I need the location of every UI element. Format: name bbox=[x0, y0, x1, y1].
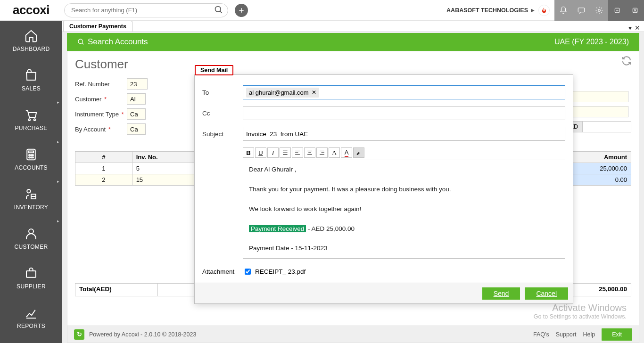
email-editor[interactable]: Dear Al Ghurair , Thank you for your pay… bbox=[243, 160, 565, 259]
svg-rect-24 bbox=[26, 271, 36, 278]
cc-label: Cc bbox=[202, 110, 243, 117]
close-window-icon[interactable] bbox=[626, 0, 644, 21]
sidebar-item-reports[interactable]: REPORTS bbox=[0, 298, 62, 337]
global-search bbox=[64, 3, 228, 17]
company-name[interactable]: AABASOFT TECHNOLOGIES bbox=[446, 7, 528, 14]
flame-icon[interactable] bbox=[538, 5, 550, 16]
sidebar-item-purchase[interactable]: PURCHASE bbox=[0, 100, 62, 139]
svg-point-0 bbox=[215, 6, 221, 12]
attachment-checkbox[interactable]: RECEIPT_ 23.pdf bbox=[243, 267, 305, 276]
sidebar-label: INVENTORY bbox=[14, 204, 48, 211]
underline-button[interactable]: U bbox=[255, 147, 266, 158]
font-button[interactable]: A bbox=[329, 147, 340, 158]
svg-point-20 bbox=[33, 157, 34, 158]
svg-point-19 bbox=[31, 157, 32, 158]
email-greeting: Dear Al Ghurair , bbox=[249, 165, 559, 175]
svg-point-23 bbox=[29, 229, 33, 234]
sidebar-item-dashboard[interactable]: DASHBOARD bbox=[0, 21, 62, 60]
svg-point-18 bbox=[29, 157, 30, 158]
to-label: To bbox=[202, 89, 243, 96]
highlight-button[interactable] bbox=[353, 147, 364, 158]
svg-point-5 bbox=[598, 9, 601, 11]
svg-rect-4 bbox=[578, 8, 585, 12]
list-button[interactable]: ☰ bbox=[280, 147, 291, 158]
modal-title: Send Mail bbox=[195, 65, 233, 75]
topbar: accoxi AABASOFT TECHNOLOGIES ▶ bbox=[0, 0, 644, 21]
sidebar-item-accounts[interactable]: ACCOUNTS bbox=[0, 139, 62, 179]
workspace: Customer Payments ▾ ✕ Search Accounts UA… bbox=[62, 21, 644, 343]
gear-icon[interactable] bbox=[590, 0, 608, 21]
email-payment-received: Payment Received - AED 25,000.00 bbox=[249, 224, 559, 234]
svg-point-16 bbox=[31, 155, 32, 156]
send-mail-modal: Send Mail To al ghurair@gmail.com ✕ Cc bbox=[194, 74, 573, 304]
sidebar: DASHBOARD SALES ▸ PURCHASE ▸ ACCOUNTS ▸ … bbox=[0, 21, 62, 343]
send-button[interactable]: Send bbox=[482, 287, 520, 300]
sidebar-label: ACCOUNTS bbox=[15, 164, 48, 171]
attachment-filename: RECEIPT_ 23.pdf bbox=[255, 268, 305, 275]
modal-footer: Send Cancel bbox=[195, 283, 573, 303]
email-line2: We look forward to work together again! bbox=[249, 204, 559, 214]
email-payment-date: Payment Date - 15-11-2023 bbox=[249, 244, 559, 253]
payment-received-badge: Payment Received bbox=[249, 225, 306, 232]
modal-overlay: Send Mail To al ghurair@gmail.com ✕ Cc bbox=[62, 21, 644, 343]
cc-field[interactable] bbox=[243, 106, 565, 120]
sidebar-item-inventory[interactable]: INVENTORY bbox=[0, 179, 62, 219]
top-icon-strip bbox=[554, 0, 644, 21]
chat-icon[interactable] bbox=[572, 0, 590, 21]
italic-button[interactable]: I bbox=[267, 147, 279, 158]
svg-point-15 bbox=[29, 155, 30, 156]
logo: accoxi bbox=[0, 3, 62, 17]
svg-line-1 bbox=[220, 11, 222, 13]
svg-point-17 bbox=[33, 155, 34, 156]
sidebar-item-customer[interactable]: CUSTOMER bbox=[0, 219, 62, 258]
align-center-button[interactable] bbox=[304, 147, 315, 158]
subject-field[interactable] bbox=[243, 127, 565, 141]
sidebar-label: SALES bbox=[22, 85, 41, 92]
company-caret-icon[interactable]: ▶ bbox=[531, 8, 535, 13]
to-chip-text: al ghurair@gmail.com bbox=[249, 89, 309, 96]
align-right-button[interactable] bbox=[316, 147, 328, 158]
sidebar-label: PURCHASE bbox=[15, 125, 47, 131]
to-field[interactable]: al ghurair@gmail.com ✕ bbox=[243, 85, 565, 99]
bell-icon[interactable] bbox=[554, 0, 572, 21]
minimize-icon[interactable] bbox=[608, 0, 626, 21]
editor-toolbar: B U I ☰ A A bbox=[243, 147, 565, 158]
add-button[interactable] bbox=[235, 4, 248, 17]
cancel-button[interactable]: Cancel bbox=[525, 287, 568, 300]
subject-label: Subject bbox=[202, 131, 243, 138]
attachment-check[interactable] bbox=[245, 269, 251, 275]
to-chip[interactable]: al ghurair@gmail.com ✕ bbox=[246, 88, 319, 98]
email-line1: Thank you for your payment. It was a ple… bbox=[249, 185, 559, 195]
bold-button[interactable]: B bbox=[243, 147, 254, 158]
sidebar-label: DASHBOARD bbox=[13, 46, 50, 52]
align-left-button[interactable] bbox=[292, 147, 303, 158]
sidebar-item-supplier[interactable]: SUPPLIER bbox=[0, 258, 62, 298]
svg-point-21 bbox=[27, 189, 31, 193]
chip-remove-icon[interactable]: ✕ bbox=[312, 89, 316, 96]
sidebar-item-sales[interactable]: SALES bbox=[0, 60, 62, 100]
font-color-button[interactable]: A bbox=[341, 147, 352, 158]
svg-rect-14 bbox=[29, 151, 33, 153]
attachment-label: Attachment bbox=[202, 268, 243, 275]
svg-point-11 bbox=[28, 119, 30, 121]
search-input[interactable] bbox=[64, 3, 228, 17]
search-icon[interactable] bbox=[214, 5, 224, 16]
svg-point-12 bbox=[34, 119, 36, 121]
sidebar-label: SUPPLIER bbox=[17, 283, 46, 290]
sidebar-label: CUSTOMER bbox=[15, 244, 48, 250]
sidebar-label: REPORTS bbox=[17, 323, 45, 329]
